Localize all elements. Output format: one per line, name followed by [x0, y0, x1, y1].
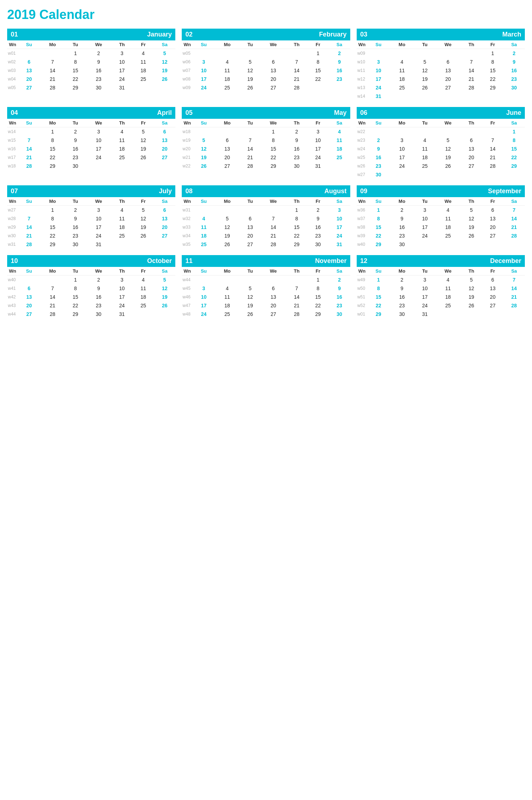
- day-cell: 23: [390, 231, 414, 240]
- day-cell: 6: [154, 206, 175, 215]
- day-cell: [435, 240, 460, 249]
- day-cell: 4: [328, 127, 350, 136]
- week-number: w27: [7, 206, 18, 215]
- day-cell: 10: [192, 293, 215, 301]
- day-cell: 19: [215, 231, 240, 240]
- col-header-tu: Tu: [414, 40, 435, 49]
- table-row: w2623242526272829: [357, 162, 525, 170]
- day-cell: 6: [435, 58, 460, 66]
- week-number: w10: [357, 58, 367, 66]
- table-row: w0112345: [7, 49, 175, 58]
- month-header-02: 02February: [182, 29, 350, 40]
- day-cell: 17: [367, 75, 390, 83]
- table-row: w4213141516171819: [7, 293, 175, 301]
- day-cell: 5: [215, 214, 240, 223]
- col-header-we: We: [435, 40, 460, 49]
- day-cell: 1: [503, 127, 525, 136]
- col-header-mo: Mo: [390, 197, 414, 206]
- table-row: w442728293031: [7, 310, 175, 318]
- day-cell: 16: [503, 66, 525, 75]
- day-cell: [240, 49, 261, 58]
- day-cell: 11: [414, 145, 435, 153]
- week-number: w44: [7, 310, 18, 318]
- month-table-11: WnSuMoTuWeThFrSaw4412w453456789w46101112…: [182, 267, 350, 318]
- day-cell: 28: [482, 162, 503, 170]
- table-row: w3021222324252627: [7, 231, 175, 240]
- day-cell: 18: [328, 145, 350, 153]
- month-10: 10OctoberWnSuMoTuWeThFrSaw4012345w416789…: [7, 255, 175, 318]
- day-cell: 14: [286, 66, 307, 75]
- day-cell: 3: [414, 206, 435, 215]
- day-cell: 10: [111, 58, 133, 66]
- day-cell: 6: [18, 58, 40, 66]
- day-cell: 7: [503, 275, 525, 284]
- week-number: w09: [357, 49, 367, 58]
- day-cell: [435, 310, 460, 318]
- day-cell: [240, 275, 261, 284]
- day-cell: 2: [86, 49, 111, 58]
- day-cell: 26: [192, 162, 215, 170]
- table-row: w19567891011: [182, 136, 350, 145]
- day-cell: 27: [154, 231, 175, 240]
- month-05: 05MayWnSuMoTuWeThFrSaw181234w19567891011…: [182, 107, 350, 179]
- day-cell: [18, 275, 40, 284]
- day-cell: 4: [215, 58, 240, 66]
- month-number-08: 08: [185, 187, 192, 195]
- month-table-04: WnSuMoTuWeThFrSaw14123456w1578910111213w…: [7, 119, 175, 170]
- col-header-su: Su: [367, 267, 390, 275]
- day-cell: 18: [133, 293, 154, 301]
- day-cell: 22: [261, 153, 286, 162]
- day-cell: 23: [86, 75, 111, 83]
- day-cell: 17: [307, 145, 328, 153]
- day-cell: 21: [460, 75, 482, 83]
- day-cell: [390, 49, 414, 58]
- week-number: w08: [182, 75, 192, 83]
- day-cell: [460, 127, 482, 136]
- day-cell: 22: [307, 75, 328, 83]
- col-header-we: We: [86, 197, 111, 206]
- month-11: 11NovemberWnSuMoTuWeThFrSaw4412w45345678…: [182, 255, 350, 318]
- day-cell: 29: [261, 162, 286, 170]
- day-cell: 4: [133, 275, 154, 284]
- day-cell: [435, 49, 460, 58]
- day-cell: 3: [328, 206, 350, 215]
- day-cell: 7: [18, 136, 40, 145]
- col-header-th: Th: [286, 40, 307, 49]
- day-cell: 23: [328, 75, 350, 83]
- col-header-sa: Sa: [328, 267, 350, 275]
- day-cell: 8: [40, 136, 65, 145]
- month-name-03: March: [502, 31, 521, 38]
- col-header-tu: Tu: [240, 197, 261, 206]
- week-number: w16: [7, 145, 18, 153]
- col-header-su: Su: [18, 197, 40, 206]
- month-header-01: 01January: [7, 29, 175, 40]
- day-cell: 6: [154, 127, 175, 136]
- day-cell: [390, 92, 414, 101]
- col-header-sa: Sa: [328, 197, 350, 206]
- day-cell: 15: [482, 66, 503, 75]
- month-number-12: 12: [360, 257, 367, 265]
- day-cell: 28: [460, 83, 482, 92]
- day-cell: [215, 127, 240, 136]
- day-cell: 11: [435, 214, 460, 223]
- day-cell: 26: [133, 231, 154, 240]
- table-row: w2914151617181920: [7, 223, 175, 231]
- day-cell: 29: [307, 310, 328, 318]
- month-02: 02FebruaryWnSuMoTuWeThFrSaw0512w06345678…: [182, 29, 350, 101]
- day-cell: 9: [65, 136, 86, 145]
- day-cell: 4: [414, 136, 435, 145]
- week-number: w22: [357, 127, 367, 136]
- week-number: w40: [7, 275, 18, 284]
- day-cell: 15: [286, 223, 307, 231]
- day-cell: 11: [390, 66, 414, 75]
- week-number: w21: [182, 153, 192, 162]
- week-number: w32: [182, 214, 192, 223]
- day-cell: [503, 170, 525, 179]
- day-cell: 20: [460, 153, 482, 162]
- day-cell: 4: [111, 127, 133, 136]
- month-number-02: 02: [185, 31, 192, 38]
- day-cell: 8: [367, 214, 390, 223]
- table-row: w063456789: [182, 58, 350, 66]
- day-cell: 15: [261, 145, 286, 153]
- day-cell: 1: [307, 275, 328, 284]
